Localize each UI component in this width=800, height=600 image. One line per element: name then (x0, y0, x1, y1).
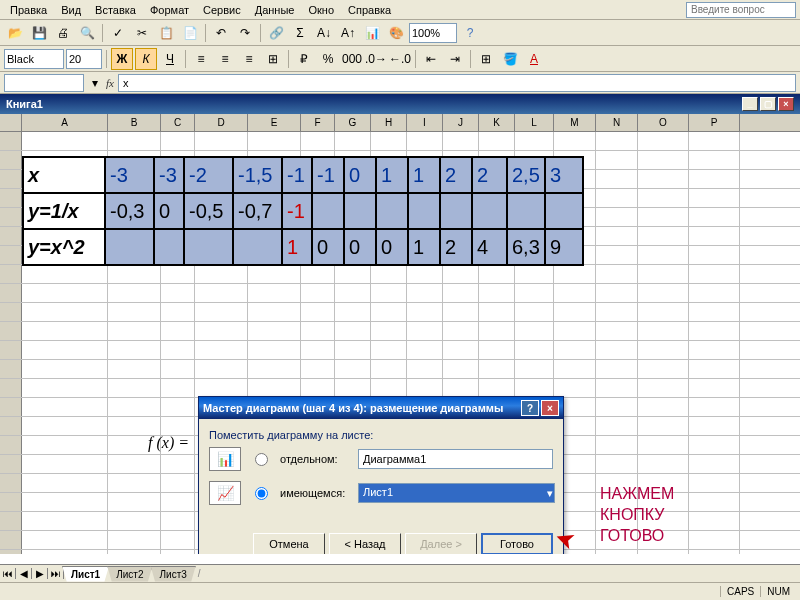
cell[interactable] (407, 303, 443, 321)
tab-next-icon[interactable]: ▶ (32, 568, 48, 579)
cell[interactable] (335, 284, 371, 302)
cell[interactable] (108, 455, 161, 473)
cell[interactable] (301, 132, 335, 150)
cell[interactable] (248, 303, 301, 321)
cell[interactable] (108, 417, 161, 435)
cell[interactable] (407, 360, 443, 378)
cell[interactable] (596, 436, 638, 454)
align-left-icon[interactable]: ≡ (190, 48, 212, 70)
cell[interactable] (554, 132, 596, 150)
undo-icon[interactable]: ↶ (210, 22, 232, 44)
underline-icon[interactable]: Ч (159, 48, 181, 70)
cell[interactable] (22, 417, 108, 435)
cell[interactable] (22, 303, 108, 321)
cell[interactable] (195, 360, 248, 378)
col-header-F[interactable]: F (301, 114, 335, 131)
cell[interactable] (301, 322, 335, 340)
col-header-K[interactable]: K (479, 114, 515, 131)
paste-icon[interactable]: 📄 (179, 22, 201, 44)
cell[interactable] (248, 341, 301, 359)
cell[interactable] (108, 493, 161, 511)
cell[interactable] (161, 550, 195, 554)
col-header-B[interactable]: B (108, 114, 161, 131)
percent-icon[interactable]: % (317, 48, 339, 70)
row-header[interactable] (0, 132, 22, 150)
cell[interactable] (638, 303, 689, 321)
menu-window[interactable]: Окно (302, 2, 340, 18)
cell[interactable] (248, 284, 301, 302)
cell[interactable] (689, 151, 740, 169)
formula-input[interactable]: x (118, 74, 796, 92)
cell[interactable] (554, 303, 596, 321)
row-label[interactable]: x (23, 157, 105, 193)
cell[interactable] (443, 360, 479, 378)
dialog-titlebar[interactable]: Мастер диаграмм (шаг 4 из 4): размещение… (199, 397, 563, 419)
cell[interactable] (108, 303, 161, 321)
sheet-tab-1[interactable]: Лист1 (62, 566, 109, 582)
menu-view[interactable]: Вид (55, 2, 87, 18)
cell[interactable] (554, 265, 596, 283)
cell[interactable] (689, 474, 740, 492)
col-header-H[interactable]: H (371, 114, 407, 131)
row-label[interactable]: y=1/x (23, 193, 105, 229)
cell[interactable] (638, 208, 689, 226)
indent-inc-icon[interactable]: ⇥ (444, 48, 466, 70)
sort-desc-icon[interactable]: A↑ (337, 22, 359, 44)
cell[interactable] (638, 170, 689, 188)
cell[interactable] (515, 303, 554, 321)
cell[interactable] (248, 322, 301, 340)
row-header[interactable] (0, 398, 22, 416)
cell[interactable] (689, 379, 740, 397)
cell[interactable] (161, 341, 195, 359)
row-header[interactable] (0, 246, 22, 264)
cell[interactable] (301, 341, 335, 359)
data-cell[interactable]: 0 (312, 229, 344, 265)
spell-icon[interactable]: ✓ (107, 22, 129, 44)
cell[interactable] (689, 550, 740, 554)
cell[interactable] (248, 265, 301, 283)
cell[interactable] (161, 284, 195, 302)
cell[interactable] (689, 170, 740, 188)
cell[interactable] (371, 303, 407, 321)
cancel-button[interactable]: Отмена (253, 533, 325, 554)
data-cell[interactable]: -1 (312, 157, 344, 193)
select-existing[interactable]: Лист1 (358, 483, 555, 503)
col-header-C[interactable]: C (161, 114, 195, 131)
cell[interactable] (479, 360, 515, 378)
cell[interactable] (335, 360, 371, 378)
row-header[interactable] (0, 550, 22, 554)
cell[interactable] (195, 379, 248, 397)
data-cell[interactable]: 4 (472, 229, 507, 265)
tab-prev-icon[interactable]: ◀ (16, 568, 32, 579)
cell[interactable] (638, 379, 689, 397)
cell[interactable] (479, 379, 515, 397)
cell[interactable] (689, 417, 740, 435)
cell[interactable] (479, 322, 515, 340)
row-header[interactable] (0, 265, 22, 283)
cell[interactable] (301, 265, 335, 283)
cell[interactable] (335, 303, 371, 321)
cell[interactable] (443, 322, 479, 340)
data-cell[interactable] (105, 229, 154, 265)
cell[interactable] (515, 284, 554, 302)
cell[interactable] (479, 265, 515, 283)
cut-icon[interactable]: ✂ (131, 22, 153, 44)
cell[interactable] (301, 284, 335, 302)
data-cell[interactable]: -0,7 (233, 193, 282, 229)
cell[interactable] (335, 132, 371, 150)
col-header-E[interactable]: E (248, 114, 301, 131)
cell[interactable] (22, 265, 108, 283)
row-header[interactable] (0, 360, 22, 378)
cell[interactable] (596, 132, 638, 150)
cell[interactable] (22, 455, 108, 473)
link-icon[interactable]: 🔗 (265, 22, 287, 44)
indent-dec-icon[interactable]: ⇤ (420, 48, 442, 70)
menu-help[interactable]: Справка (342, 2, 397, 18)
cell[interactable] (689, 360, 740, 378)
cell[interactable] (638, 436, 689, 454)
row-header[interactable] (0, 303, 22, 321)
cell[interactable] (248, 132, 301, 150)
cell[interactable] (638, 227, 689, 245)
currency-icon[interactable]: ₽ (293, 48, 315, 70)
maximize-icon[interactable]: ▢ (760, 97, 776, 111)
